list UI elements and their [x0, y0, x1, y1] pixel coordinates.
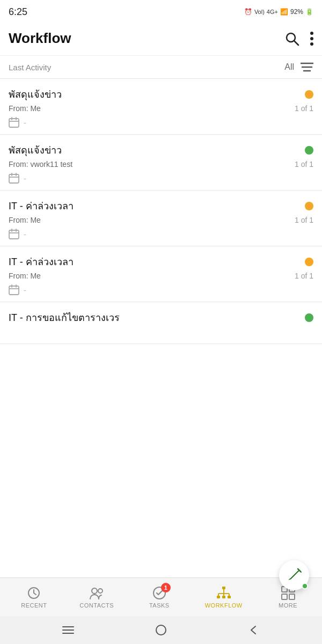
nav-label-contacts: CONTACTS [79, 602, 114, 609]
svg-rect-44 [156, 625, 166, 635]
nav-item-tasks[interactable]: 1 TASKS [143, 582, 175, 613]
status-dot-green [305, 146, 313, 155]
fab-status-dot [302, 583, 308, 589]
svg-rect-16 [9, 230, 19, 239]
battery-text: 92% [290, 8, 303, 16]
recent-icon [27, 586, 41, 600]
more-options-button[interactable] [310, 32, 313, 46]
network-icon: 4G+ [267, 9, 278, 15]
workflow-icon [216, 586, 232, 600]
nav-item-contacts[interactable]: CONTACTS [77, 582, 116, 613]
filter-label: Last Activity [9, 63, 51, 72]
status-dot-orange [305, 202, 313, 210]
app-bar-actions [284, 31, 313, 46]
workflow-item[interactable]: IT - การขอแก้ไขตารางเวร [0, 302, 322, 344]
contacts-icon [89, 586, 104, 600]
status-time: 6:25 [9, 6, 27, 18]
bottom-nav: RECENT CONTACTS 1 TASKS [0, 577, 322, 616]
nav-label-tasks: TASKS [149, 602, 170, 609]
svg-line-1 [294, 41, 298, 45]
date-text: - [24, 174, 26, 183]
nav-item-recent[interactable]: RECENT [18, 582, 50, 613]
svg-rect-30 [222, 596, 225, 598]
filter-icon[interactable] [301, 62, 313, 72]
svg-point-26 [98, 589, 103, 593]
svg-rect-31 [228, 596, 231, 598]
item-title: พัสดุแจ้งข่าว [9, 142, 62, 158]
search-button[interactable] [284, 31, 299, 46]
vol-icon: Vol) [254, 9, 265, 15]
svg-point-3 [310, 37, 313, 40]
status-icons: ⏰ Vol) 4G+ 📶 92% 🔋 [244, 8, 313, 16]
from-text: From: vwork11 test [9, 160, 72, 169]
workflow-item[interactable]: IT - ค่าล่วงเวลา From: Me 1 of 1 - [0, 246, 322, 302]
status-dot-green [305, 313, 313, 322]
nav-label-workflow: WORKFLOW [205, 602, 243, 609]
filter-row: Last Activity All [0, 56, 322, 79]
fab-compose-button[interactable] [279, 560, 309, 590]
workflow-item[interactable]: พัสดุแจ้งข่าว From: vwork11 test 1 of 1 … [0, 135, 322, 191]
svg-rect-20 [9, 286, 19, 295]
filter-all-text: All [284, 62, 294, 72]
item-title: IT - การขอแก้ไขตารางเวร [9, 310, 120, 325]
count-text: 1 of 1 [295, 104, 313, 113]
from-text: From: Me [9, 272, 41, 280]
app-bar: Workflow [0, 21, 322, 56]
system-nav-bar [0, 616, 322, 644]
svg-point-4 [310, 42, 313, 46]
svg-rect-28 [222, 587, 225, 589]
date-text: - [24, 230, 26, 239]
tasks-icon: 1 [152, 586, 166, 600]
calendar-icon [9, 284, 19, 295]
count-text: 1 of 1 [295, 216, 313, 224]
svg-rect-40 [289, 594, 295, 599]
alarm-icon: ⏰ [244, 8, 252, 16]
sys-back-button[interactable] [248, 625, 260, 635]
tasks-badge: 1 [161, 583, 171, 592]
item-title: IT - ค่าล่วงเวลา [9, 198, 74, 214]
calendar-icon [9, 229, 19, 239]
item-title: IT - ค่าล่วงเวลา [9, 254, 74, 269]
date-text: - [24, 286, 26, 295]
workflow-list: พัสดุแจ้งข่าว From: Me 1 of 1 - พัสดุแจ้… [0, 79, 322, 577]
item-title: พัสดุแจ้งข่าว [9, 86, 62, 102]
nav-label-more: MORE [279, 602, 297, 609]
svg-rect-8 [9, 119, 19, 127]
svg-rect-39 [282, 594, 287, 599]
svg-point-2 [310, 32, 313, 35]
from-text: From: Me [9, 104, 41, 113]
status-bar: 6:25 ⏰ Vol) 4G+ 📶 92% 🔋 [0, 0, 322, 21]
status-dot-orange [305, 90, 313, 99]
workflow-item[interactable]: IT - ค่าล่วงเวลา From: Me 1 of 1 - [0, 191, 322, 246]
workflow-item[interactable]: พัสดุแจ้งข่าว From: Me 1 of 1 - [0, 79, 322, 135]
signal-icon: 📶 [280, 8, 288, 16]
from-text: From: Me [9, 216, 41, 224]
status-dot-orange [305, 258, 313, 266]
count-text: 1 of 1 [295, 272, 313, 280]
nav-label-recent: RECENT [21, 602, 47, 609]
svg-rect-29 [217, 596, 220, 598]
nav-item-workflow[interactable]: WORKFLOW [203, 582, 245, 613]
sys-recent-button[interactable] [62, 625, 74, 635]
calendar-icon [9, 117, 19, 128]
svg-rect-12 [9, 174, 19, 183]
battery-icon: 🔋 [305, 8, 313, 16]
date-text: - [24, 118, 26, 127]
count-text: 1 of 1 [295, 160, 313, 169]
app-bar-title: Workflow [9, 30, 71, 47]
sys-home-button[interactable] [155, 624, 167, 636]
calendar-icon [9, 173, 19, 184]
filter-right[interactable]: All [284, 62, 313, 72]
svg-point-25 [92, 588, 97, 594]
